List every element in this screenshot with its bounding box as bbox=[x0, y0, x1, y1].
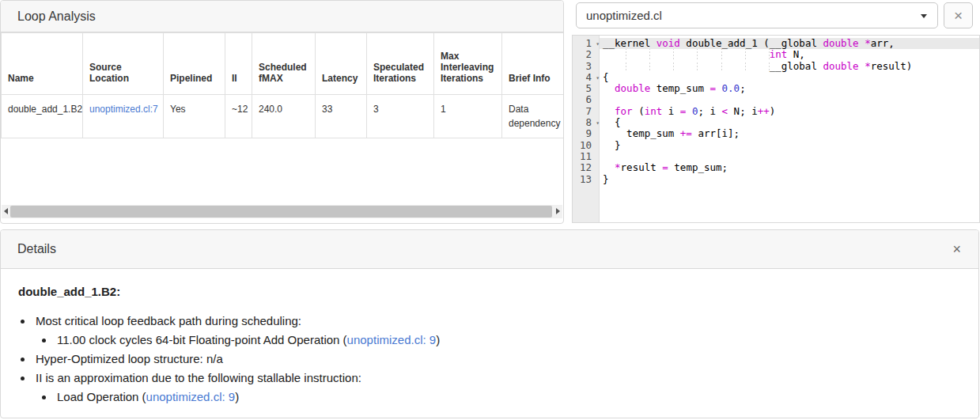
table-cell: 3 bbox=[367, 95, 434, 138]
line-number-value: 12 bbox=[573, 162, 592, 173]
details-bullet: 11.00 clock cycles 64-bit Floating-point… bbox=[55, 331, 931, 350]
code-token: void bbox=[656, 37, 680, 49]
line-number: 1▾ bbox=[573, 38, 600, 49]
source-link[interactable]: unoptimized.cl: 9 bbox=[146, 390, 236, 403]
line-number: 9 bbox=[573, 128, 600, 139]
file-select-value: unoptimized.cl bbox=[586, 9, 662, 22]
line-number-value: 7 bbox=[573, 106, 592, 117]
chevron-down-icon bbox=[921, 14, 927, 18]
code-line-text: double temp_sum = 0.0; bbox=[600, 83, 979, 94]
details-sublist: 11.00 clock cycles 64-bit Floating-point… bbox=[55, 331, 931, 350]
column-header: II bbox=[225, 33, 252, 95]
code-token: += bbox=[680, 127, 692, 139]
indent-guides bbox=[603, 49, 770, 60]
details-bullet: II is an approximation due to the follow… bbox=[33, 369, 931, 407]
column-header: Pipelined bbox=[164, 33, 225, 95]
code-line-text: __global double *result) bbox=[600, 61, 979, 72]
file-select-dropdown[interactable]: unoptimized.cl bbox=[576, 2, 938, 28]
code-token: for bbox=[615, 105, 633, 117]
line-number-value: 13 bbox=[573, 174, 592, 185]
table-cell: double_add_1.B2 bbox=[2, 95, 83, 138]
code-line: 3 __global double *result) bbox=[573, 61, 979, 72]
scroll-left-icon[interactable] bbox=[4, 208, 8, 214]
table-row[interactable]: double_add_1.B2unoptimized.cl:7Yes~12240… bbox=[2, 95, 565, 138]
code-token: double bbox=[823, 37, 858, 49]
code-line-text: __kernel void double_add_1 (__global dou… bbox=[600, 38, 979, 49]
code-line: 5 double temp_sum = 0.0; bbox=[573, 83, 979, 94]
details-close-button[interactable]: × bbox=[952, 230, 961, 269]
details-content: double_add_1.B2: Most critical loop feed… bbox=[1, 269, 978, 407]
line-number-value: 3 bbox=[573, 61, 592, 72]
column-header: Max Interleaving Iterations bbox=[434, 33, 502, 95]
code-token: double bbox=[615, 82, 650, 94]
line-number-value: 1 bbox=[573, 38, 592, 49]
code-line: 13} bbox=[573, 174, 979, 185]
code-line: 4▾{ bbox=[573, 72, 979, 83]
code-line: 1▾__kernel void double_add_1 (__global d… bbox=[573, 38, 979, 49]
indent-guides bbox=[603, 61, 770, 72]
source-link[interactable]: unoptimized.cl: 9 bbox=[347, 333, 437, 346]
column-header: Speculated Iterations bbox=[367, 33, 434, 95]
code-line-text: int N, bbox=[600, 49, 979, 60]
details-heading: double_add_1.B2: bbox=[18, 282, 931, 301]
code-lines: 1▾__kernel void double_add_1 (__global d… bbox=[573, 38, 979, 185]
code-line-text: temp_sum += arr[i]; bbox=[600, 128, 979, 139]
code-line-text: *result = temp_sum; bbox=[600, 162, 979, 173]
code-token: ++ bbox=[758, 105, 770, 117]
table-cell: Yes bbox=[164, 95, 225, 138]
line-number-value: 9 bbox=[573, 128, 592, 139]
line-number: 13 bbox=[573, 174, 600, 185]
code-line-text: } bbox=[600, 140, 979, 151]
code-line: 8▾ { bbox=[573, 117, 979, 128]
code-panel-close-button[interactable]: × bbox=[944, 2, 973, 28]
loop-table-header-row: NameSource LocationPipelinedIIScheduled … bbox=[2, 33, 565, 95]
line-number-value: 4 bbox=[573, 72, 592, 83]
details-title: Details bbox=[17, 242, 56, 255]
code-line-text: { bbox=[600, 117, 979, 128]
line-number-value: 8 bbox=[573, 117, 592, 128]
table-cell: Data dependency bbox=[502, 95, 565, 138]
line-number: 11 bbox=[573, 151, 600, 162]
table-cell: unoptimized.cl:7 bbox=[83, 95, 164, 138]
code-token: 0 bbox=[692, 105, 698, 117]
report-viewer: Loop Analysis NameSource LocationPipelin… bbox=[0, 0, 980, 420]
column-header: Scheduled fMAX bbox=[252, 33, 316, 95]
line-number: 3 bbox=[573, 61, 600, 72]
line-number-value: 10 bbox=[573, 140, 592, 151]
details-bullets: Most critical loop feedback path during … bbox=[33, 312, 931, 407]
code-line: 11 bbox=[573, 151, 979, 162]
loop-table: NameSource LocationPipelinedIIScheduled … bbox=[1, 32, 564, 138]
close-icon: × bbox=[954, 7, 963, 24]
column-header: Source Location bbox=[83, 33, 164, 95]
code-token: = bbox=[709, 82, 716, 94]
code-line-text: { bbox=[600, 72, 979, 83]
code-token: * bbox=[865, 37, 871, 49]
details-bullet: Hyper-Optimized loop structure: n/a bbox=[33, 350, 931, 369]
details-bullet: Most critical loop feedback path during … bbox=[33, 312, 931, 350]
details-sublist: Load Operation (unoptimized.cl: 9) bbox=[55, 388, 931, 407]
loop-analysis-panel: Loop Analysis NameSource LocationPipelin… bbox=[0, 0, 564, 224]
code-line: 10 } bbox=[573, 140, 979, 151]
code-line-text bbox=[600, 94, 979, 105]
line-number: 12 bbox=[573, 162, 600, 173]
table-cell: 33 bbox=[316, 95, 367, 138]
line-number: 7 bbox=[573, 106, 600, 117]
table-cell: 1 bbox=[434, 95, 502, 138]
fold-toggle-icon[interactable]: ▾ bbox=[592, 73, 600, 84]
line-number: 6 bbox=[573, 94, 600, 105]
fold-toggle-icon[interactable]: ▾ bbox=[592, 118, 600, 129]
scroll-right-icon[interactable] bbox=[556, 208, 560, 214]
code-token: int bbox=[645, 105, 663, 117]
code-line-text: } bbox=[600, 174, 979, 185]
source-link[interactable]: unoptimized.cl:7 bbox=[89, 104, 158, 115]
table-cell: ~12 bbox=[225, 95, 252, 138]
line-number: 10 bbox=[573, 140, 600, 151]
code-line: 12 *result = temp_sum; bbox=[573, 162, 979, 173]
fold-toggle-icon[interactable]: ▾ bbox=[592, 39, 600, 50]
code-viewer-panel: 1▾__kernel void double_add_1 (__global d… bbox=[572, 35, 980, 223]
code-line-text: for (int i = 0; i < N; i++) bbox=[600, 106, 979, 117]
horizontal-scrollbar-thumb[interactable] bbox=[10, 206, 552, 218]
code-line: 6 bbox=[573, 94, 979, 105]
code-token: = bbox=[662, 161, 668, 173]
loop-table-horizontal-scrollbar[interactable] bbox=[2, 205, 562, 218]
